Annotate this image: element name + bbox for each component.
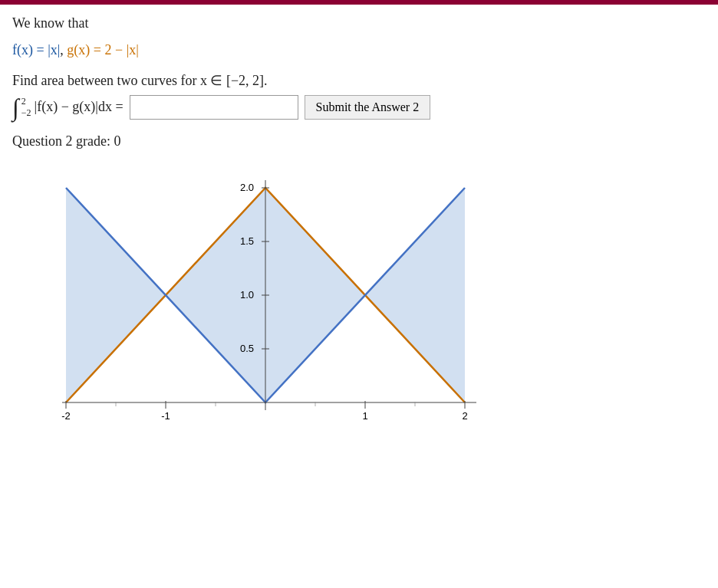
ylabel-10: 1.0 [240,289,254,301]
formula-line: f(x) = |x|, g(x) = 2 − |x| [12,39,706,61]
gx-formula: g(x) = 2 − |x| [67,42,139,57]
ylabel-20: 2.0 [240,182,254,193]
xlabel-1: 1 [362,410,367,422]
ylabel-05: 0.5 [240,343,254,354]
integral-row: ∫ 2 −2 |f(x) − g(x)|dx = Submit the Answ… [12,95,706,120]
shade-left [66,188,166,402]
graph-svg: 0.5 1.0 1.5 2.0 -2 -1 1 2 [20,165,496,441]
integral-symbol: ∫ [12,95,19,120]
gx-formula-sep: , [60,42,67,57]
xlabel-m2: -2 [61,410,71,422]
integral-body: |f(x) − g(x)|dx = [35,99,124,115]
xlabel-m1: -1 [161,410,170,422]
grade-text: Question 2 grade: 0 [12,133,706,149]
submit-button[interactable]: Submit the Answer 2 [305,95,431,120]
integral-upper: 2 [21,96,26,107]
answer-input[interactable] [130,95,298,120]
integral-expr: ∫ 2 −2 |f(x) − g(x)|dx = [12,95,124,120]
shade-right [365,188,465,402]
fx-formula: f(x) = |x| [12,42,60,57]
xlabel-2: 2 [462,410,467,422]
find-area-text: Find area between two curves for x ∈ [−2… [12,72,706,89]
intro-text: We know that [12,15,706,31]
integral-limits: 2 −2 [21,96,31,119]
graph-container: 0.5 1.0 1.5 2.0 -2 -1 1 2 [20,165,496,441]
ylabel-15: 1.5 [240,235,254,247]
integral-lower: −2 [21,107,31,119]
